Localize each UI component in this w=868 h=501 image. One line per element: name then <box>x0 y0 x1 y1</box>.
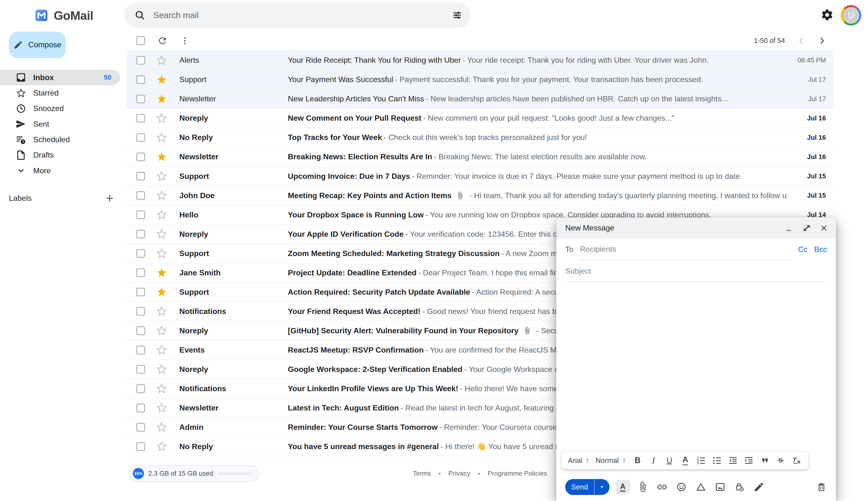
send-options-arrow[interactable] <box>595 479 609 495</box>
star-outline-icon[interactable] <box>156 306 167 317</box>
add-label-icon[interactable] <box>105 193 114 203</box>
signature-pen-icon[interactable] <box>752 480 766 494</box>
star-filled-icon[interactable] <box>156 93 167 105</box>
gear-icon[interactable] <box>821 8 834 21</box>
row-checkbox[interactable] <box>136 114 145 123</box>
row-checkbox[interactable] <box>136 442 145 451</box>
minimize-icon[interactable] <box>785 224 793 232</box>
email-row[interactable]: No ReplyTop Tracks for Your Week- Check … <box>126 128 834 148</box>
star-outline-icon[interactable] <box>156 209 167 220</box>
row-checkbox[interactable] <box>136 384 145 393</box>
font-select[interactable]: Arial <box>568 456 591 465</box>
trash-icon[interactable] <box>815 480 828 494</box>
row-checkbox[interactable] <box>136 230 145 239</box>
style-select[interactable]: Normal <box>595 456 627 465</box>
row-checkbox[interactable] <box>136 249 145 258</box>
search-icon[interactable] <box>134 9 146 21</box>
sidebar-item-snoozed[interactable]: Snoozed <box>0 101 120 116</box>
clear-formatting-icon[interactable]: T <box>791 455 802 467</box>
chevron-right-icon[interactable] <box>817 36 827 46</box>
star-outline-icon[interactable] <box>156 190 167 201</box>
email-row[interactable]: John DoeMeeting Recap: Key Points and Ac… <box>126 186 834 205</box>
row-checkbox[interactable] <box>136 307 145 316</box>
quote-icon[interactable] <box>759 455 770 467</box>
drive-icon[interactable] <box>694 480 707 494</box>
tune-icon[interactable] <box>452 10 463 21</box>
row-checkbox[interactable] <box>136 75 145 84</box>
row-checkbox[interactable] <box>136 365 145 374</box>
send-button[interactable]: Send <box>565 479 609 495</box>
email-row[interactable]: AlertsYour Ride Receipt: Thank You for R… <box>126 51 834 70</box>
formatting-toggle-icon[interactable]: A <box>616 480 630 494</box>
star-outline-icon[interactable] <box>156 422 167 433</box>
row-checkbox[interactable] <box>136 288 145 297</box>
confidential-lock-icon[interactable] <box>733 480 746 494</box>
numbered-list-icon[interactable]: 123 <box>696 455 706 467</box>
bulleted-list-icon[interactable] <box>712 455 722 467</box>
email-row[interactable]: NewsletterBreaking News: Election Result… <box>126 148 834 167</box>
recipients-input[interactable]: Recipients <box>580 238 792 260</box>
star-outline-icon[interactable] <box>156 383 167 394</box>
star-filled-icon[interactable] <box>156 74 167 85</box>
select-all-checkbox[interactable] <box>136 36 145 45</box>
star-filled-icon[interactable] <box>156 151 167 162</box>
star-outline-icon[interactable] <box>156 55 167 66</box>
row-checkbox[interactable] <box>136 133 145 142</box>
row-checkbox[interactable] <box>136 404 145 413</box>
insert-image-icon[interactable] <box>713 480 727 494</box>
row-checkbox[interactable] <box>136 211 145 220</box>
star-outline-icon[interactable] <box>156 364 167 375</box>
refresh-icon[interactable] <box>157 35 168 46</box>
chevron-left-icon[interactable] <box>796 36 806 46</box>
star-filled-icon[interactable] <box>156 287 167 298</box>
indent-icon[interactable] <box>743 455 754 467</box>
row-checkbox[interactable] <box>136 191 145 200</box>
email-row[interactable]: NewsletterNew Leadership Articles You Ca… <box>126 89 834 109</box>
search-bar[interactable]: Search mail <box>124 3 470 28</box>
outdent-icon[interactable] <box>727 455 738 467</box>
subject-input[interactable]: Subject <box>565 260 827 283</box>
email-row[interactable]: SupportUpcoming Invoice: Due in 7 Days- … <box>126 167 834 186</box>
star-outline-icon[interactable] <box>156 344 167 355</box>
emoji-icon[interactable] <box>675 480 688 494</box>
row-checkbox[interactable] <box>136 268 145 277</box>
star-filled-icon[interactable] <box>156 267 167 278</box>
expand-icon[interactable] <box>803 224 810 232</box>
footer-link-programme-policies[interactable]: Programme Policies <box>487 470 547 477</box>
row-checkbox[interactable] <box>136 56 145 65</box>
sidebar-item-more[interactable]: More <box>0 163 120 178</box>
footer-link-privacy[interactable]: Privacy <box>449 470 470 477</box>
star-outline-icon[interactable] <box>156 248 167 259</box>
star-outline-icon[interactable] <box>156 441 167 452</box>
bold-icon[interactable]: B <box>632 455 643 467</box>
message-body-input[interactable] <box>556 283 836 473</box>
sidebar-item-sent[interactable]: Sent <box>0 116 120 132</box>
footer-link-terms[interactable]: Terms <box>413 470 431 477</box>
sidebar-item-drafts[interactable]: Drafts <box>0 148 120 163</box>
more-vert-icon[interactable] <box>180 36 190 46</box>
compose-titlebar[interactable]: New Message <box>556 218 836 238</box>
row-checkbox[interactable] <box>136 326 145 335</box>
bcc-button[interactable]: Bcc <box>814 245 827 254</box>
search-input[interactable]: Search mail <box>153 10 452 20</box>
strikethrough-icon[interactable]: S <box>775 455 786 467</box>
star-outline-icon[interactable] <box>156 228 167 239</box>
email-row[interactable]: SupportYour Payment Was Successful- Paym… <box>126 70 834 89</box>
send-label[interactable]: Send <box>565 479 595 495</box>
account-avatar[interactable]: U <box>841 5 861 25</box>
row-checkbox[interactable] <box>136 95 145 104</box>
italic-icon[interactable]: I <box>648 455 659 467</box>
row-checkbox[interactable] <box>136 172 145 181</box>
cc-button[interactable]: Cc <box>798 245 807 254</box>
row-checkbox[interactable] <box>136 345 145 354</box>
star-outline-icon[interactable] <box>156 132 167 143</box>
sidebar-item-scheduled[interactable]: Scheduled <box>0 132 120 147</box>
star-outline-icon[interactable] <box>156 171 167 182</box>
sidebar-item-starred[interactable]: Starred <box>0 85 120 101</box>
row-checkbox[interactable] <box>136 152 145 161</box>
star-outline-icon[interactable] <box>156 325 167 336</box>
row-checkbox[interactable] <box>136 423 145 432</box>
compose-button[interactable]: Compose <box>9 32 66 58</box>
star-outline-icon[interactable] <box>156 113 167 124</box>
sidebar-item-inbox[interactable]: Inbox50 <box>0 70 120 85</box>
